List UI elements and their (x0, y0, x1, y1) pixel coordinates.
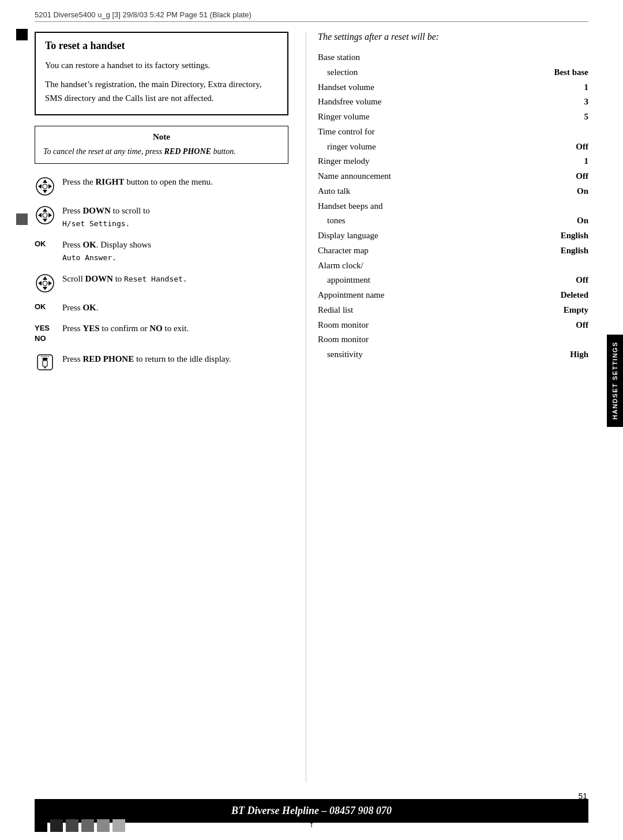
svg-point-17 (43, 281, 47, 286)
svg-marker-1 (43, 179, 47, 183)
setting-value-empty (498, 50, 588, 65)
step-4: Scroll DOWN to Reset Handset. (35, 272, 288, 293)
right-column: The settings after a reset will be: Base… (306, 32, 588, 782)
setting-value: On (498, 184, 588, 199)
reg-mark-top (16, 29, 28, 40)
svg-rect-24 (66, 819, 78, 832)
step-7: Press RED PHONE to return to the idle di… (35, 352, 288, 371)
footer-text: BT Diverse Helpline – 08457 908 070 (231, 805, 392, 816)
setting-sublabel: tones (318, 213, 498, 228)
sidebar-tab: HANDSET SETTINGS (607, 335, 623, 427)
note-body: To cancel the reset at any time, press R… (43, 145, 280, 158)
step-ok-label-2: OK (35, 301, 55, 311)
setting-label: Redial list (318, 303, 498, 318)
reset-handset-section: To reset a handset You can restore a han… (35, 32, 288, 115)
setting-label: Name announcement (318, 169, 498, 184)
svg-point-20 (44, 366, 46, 368)
step-3-text: Press OK. Display showsAuto Answer. (62, 238, 288, 264)
setting-room-monitor-label2: Room monitor (318, 332, 588, 347)
svg-marker-13 (43, 276, 47, 280)
setting-label: Room monitor (318, 318, 498, 333)
bottom-crosshair (306, 816, 317, 830)
svg-rect-27 (112, 819, 125, 832)
setting-value: Off (498, 318, 588, 333)
setting-beeps-tones: tones On (318, 213, 588, 228)
svg-marker-10 (48, 213, 52, 217)
setting-name-announcement: Name announcement Off (318, 169, 588, 184)
svg-marker-9 (38, 213, 42, 217)
setting-value-empty (498, 258, 588, 273)
left-column: To reset a handset You can restore a han… (35, 32, 306, 782)
step-5: OK Press OK. (35, 301, 288, 314)
setting-value: Deleted (498, 288, 588, 303)
step-1-text: Press the RIGHT button to open the menu. (62, 175, 288, 189)
setting-value: 1 (498, 154, 588, 169)
phone-icon (35, 354, 55, 371)
setting-time-control-label: Time control for (318, 125, 588, 140)
step-yesno-label: YESNO (35, 322, 55, 344)
setting-value: Empty (498, 303, 588, 318)
nav-icon-2 (35, 205, 55, 225)
setting-label: Ringer volume (318, 110, 498, 125)
setting-handset-volume: Handset volume 1 (318, 80, 588, 95)
setting-character-map: Character map English (318, 243, 588, 258)
main-content: To reset a handset You can restore a han… (35, 32, 588, 782)
setting-sublabel: sensitivity (318, 347, 498, 362)
step-2: Press DOWN to scroll toH/set Settings. (35, 204, 288, 230)
setting-value: 3 (498, 95, 588, 110)
setting-handsfree-volume: Handsfree volume 3 (318, 95, 588, 110)
svg-rect-25 (81, 819, 94, 832)
setting-alarm-appointment: appointment Off (318, 273, 588, 288)
step-1: Press the RIGHT button to open the menu. (35, 175, 288, 196)
step-4-text: Scroll DOWN to Reset Handset. (62, 272, 288, 286)
setting-appointment-name: Appointment name Deleted (318, 288, 588, 303)
svg-marker-16 (48, 281, 52, 286)
reg-mark-middle (16, 213, 28, 225)
svg-marker-7 (43, 208, 47, 212)
svg-marker-8 (43, 219, 47, 222)
setting-label: Handset volume (318, 80, 498, 95)
setting-ringer-volume: Ringer volume 5 (318, 110, 588, 125)
setting-value: Off (498, 169, 588, 184)
setting-room-monitor: Room monitor Off (318, 318, 588, 333)
setting-value-empty (498, 199, 588, 214)
setting-value: On (498, 213, 588, 228)
setting-value: 5 (498, 110, 588, 125)
setting-auto-talk: Auto talk On (318, 184, 588, 199)
nav-icon-1 (35, 177, 55, 196)
setting-label: Appointment name (318, 288, 498, 303)
step-7-text: Press RED PHONE to return to the idle di… (62, 352, 288, 366)
setting-label: Alarm clock/ (318, 258, 498, 273)
header-text: 5201 Diverse5400 u_g [3] 29/8/03 5:42 PM… (35, 10, 252, 19)
note-box: Note To cancel the reset at any time, pr… (35, 126, 288, 164)
setting-base-station-selection: selection Best base (318, 65, 588, 80)
svg-marker-15 (38, 281, 42, 286)
body-para2: The handset’s registration, the main Dir… (45, 78, 278, 105)
setting-label: Room monitor (318, 332, 498, 347)
section-body: You can restore a handset to its factory… (45, 59, 278, 105)
nav-icon-3 (35, 273, 55, 293)
step-3: OK Press OK. Display showsAuto Answer. (35, 238, 288, 264)
body-para1: You can restore a handset to its factory… (45, 59, 278, 72)
step-2-text: Press DOWN to scroll toH/set Settings. (62, 204, 288, 230)
svg-point-5 (43, 184, 47, 189)
setting-label: Character map (318, 243, 498, 258)
setting-room-monitor-sensitivity: sensitivity High (318, 347, 588, 362)
setting-label: Display language (318, 228, 498, 243)
setting-alarm-label: Alarm clock/ (318, 258, 588, 273)
setting-value-empty (498, 332, 588, 347)
setting-sublabel: ringer volume (318, 140, 498, 155)
step-6: YESNO Press YES to confirm or NO to exit… (35, 322, 288, 344)
svg-marker-14 (43, 287, 47, 290)
setting-sublabel: selection (318, 65, 498, 80)
svg-rect-19 (43, 361, 47, 366)
svg-marker-4 (48, 184, 52, 189)
steps-list: Press the RIGHT button to open the menu.… (35, 175, 288, 371)
svg-point-11 (43, 213, 47, 217)
setting-label: Auto talk (318, 184, 498, 199)
step-6-text: Press YES to confirm or NO to exit. (62, 322, 288, 335)
setting-value: Off (498, 273, 588, 288)
setting-beeps-label: Handset beeps and (318, 199, 588, 214)
setting-value: Off (498, 140, 588, 155)
setting-display-language: Display language English (318, 228, 588, 243)
